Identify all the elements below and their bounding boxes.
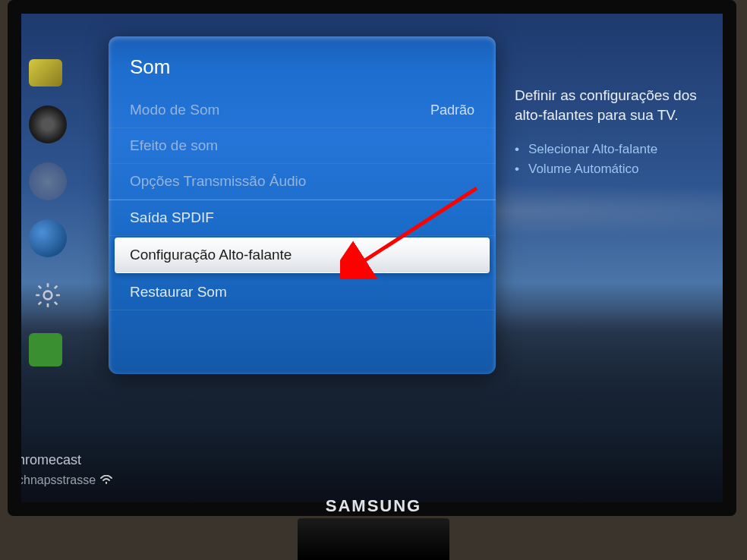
broadcast-icon[interactable]	[29, 162, 67, 200]
sound-menu-panel: Som Modo de Som Padrão Efeito de som Opç…	[109, 36, 496, 374]
menu-item-label: Configuração Alto-falante	[130, 247, 292, 263]
picture-icon[interactable]	[29, 59, 62, 87]
help-list: Selecionar Alto-falante Volume Automátic…	[515, 140, 727, 179]
svg-point-0	[44, 291, 52, 300]
menu-item-label: Opções Transmissão Áudio	[130, 173, 306, 190]
settings-sidebar	[29, 52, 74, 367]
help-title: Definir as configurações dos alto-falant…	[515, 86, 727, 124]
menu-item-value: Padrão	[430, 102, 474, 118]
tv-screen: Som Modo de Som Padrão Efeito de som Opç…	[8, 0, 736, 516]
tv-brand-logo: SAMSUNG	[326, 496, 421, 516]
menu-item-label: Saída SPDIF	[130, 209, 214, 226]
wifi-icon	[100, 473, 112, 487]
apps-icon[interactable]	[29, 333, 62, 367]
svg-point-3	[106, 482, 107, 483]
help-bullet: Selecionar Alto-falante	[515, 140, 727, 159]
menu-item-label: Restaurar Som	[130, 284, 227, 300]
menu-item-label: Efeito de som	[130, 137, 218, 154]
menu-items: Modo de Som Padrão Efeito de som Opções …	[109, 93, 496, 310]
menu-item-restore-sound[interactable]: Restaurar Som	[109, 275, 496, 310]
chromecast-overlay-line1: hromecast	[17, 452, 81, 468]
help-bullet: Volume Automático	[515, 159, 727, 179]
chromecast-overlay-line2: chnapsstrasse	[17, 473, 112, 487]
menu-title: Som	[109, 52, 496, 93]
menu-item-sound-mode[interactable]: Modo de Som Padrão	[109, 93, 496, 128]
menu-item-speaker-config[interactable]: Configuração Alto-falante	[115, 238, 490, 273]
menu-item-spdif[interactable]: Saída SPDIF	[109, 200, 496, 236]
network-icon[interactable]	[29, 219, 67, 257]
help-panel: Definir as configurações dos alto-falant…	[515, 86, 727, 179]
speaker-icon[interactable]	[29, 105, 67, 143]
menu-item-sound-effect[interactable]: Efeito de som	[109, 128, 496, 164]
tv-stand	[298, 518, 449, 560]
menu-item-label: Modo de Som	[130, 102, 219, 118]
gear-icon[interactable]	[29, 276, 67, 314]
menu-item-audio-options[interactable]: Opções Transmissão Áudio	[109, 164, 496, 200]
